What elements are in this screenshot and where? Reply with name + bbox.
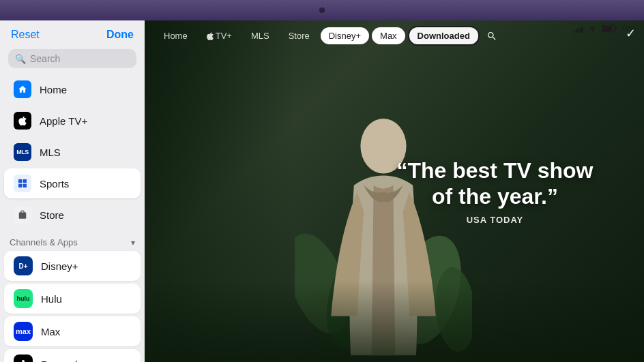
sidebar-nav: Home Apple TV+ MLS MLS Sports bbox=[0, 74, 145, 362]
wifi-icon bbox=[587, 25, 598, 33]
sports-icon bbox=[14, 175, 31, 192]
tab-store[interactable]: Store bbox=[280, 27, 318, 44]
appletv-icon bbox=[14, 112, 31, 130]
sidebar-item-peacock[interactable]: Peacock bbox=[4, 349, 141, 362]
sidebar-item-sports[interactable]: Sports bbox=[4, 168, 141, 198]
sidebar-item-appletv-label: Apple TV+ bbox=[40, 115, 87, 127]
search-icon: 🔍 bbox=[15, 54, 26, 64]
sidebar-item-store-label: Store bbox=[40, 209, 64, 221]
svg-rect-3 bbox=[23, 184, 27, 187]
peacock-logo bbox=[14, 355, 33, 362]
hero-text-container: “The best TV show of the year.” USA TODA… bbox=[385, 157, 604, 226]
hero-source: USA TODAY bbox=[385, 215, 604, 225]
sidebar-header: Reset Done bbox=[0, 20, 145, 46]
sidebar-item-disney-label: Disney+ bbox=[41, 260, 78, 272]
sidebar-item-appletv[interactable]: Apple TV+ bbox=[4, 106, 141, 136]
store-icon bbox=[14, 206, 31, 224]
sidebar-item-sports-label: Sports bbox=[40, 178, 69, 190]
svg-rect-12 bbox=[615, 27, 616, 30]
svg-rect-13 bbox=[602, 26, 612, 31]
sidebar-search[interactable]: 🔍 Search bbox=[8, 49, 136, 68]
checkmark-icon[interactable]: ✓ bbox=[626, 26, 636, 41]
done-button[interactable]: Done bbox=[106, 29, 134, 41]
svg-rect-1 bbox=[18, 184, 22, 187]
device-top-bar bbox=[0, 0, 644, 20]
sidebar-item-peacock-label: Peacock bbox=[41, 359, 80, 363]
channels-apps-chevron-icon: ▾ bbox=[131, 238, 135, 247]
app-container: Reset Done 🔍 Search Home Apple TV+ bbox=[0, 20, 644, 362]
svg-rect-2 bbox=[23, 179, 27, 183]
sidebar-item-home-label: Home bbox=[40, 84, 67, 95]
sidebar-item-hulu[interactable]: hulu Hulu bbox=[4, 284, 141, 314]
sidebar-item-home[interactable]: Home bbox=[4, 74, 141, 104]
sidebar-item-hulu-label: Hulu bbox=[41, 293, 62, 305]
home-icon bbox=[14, 80, 31, 98]
device-camera bbox=[319, 7, 325, 13]
signal-strength-icon bbox=[573, 25, 583, 33]
search-tab[interactable] bbox=[482, 27, 501, 46]
battery-icon bbox=[602, 25, 617, 33]
search-placeholder: Search bbox=[30, 53, 60, 64]
tab-downloaded[interactable]: Downloaded bbox=[408, 26, 480, 46]
max-logo: max bbox=[14, 322, 33, 341]
disney-logo: D+ bbox=[14, 256, 33, 275]
mls-icon: MLS bbox=[14, 143, 31, 161]
sidebar: Reset Done 🔍 Search Home Apple TV+ bbox=[0, 20, 145, 362]
svg-point-10 bbox=[592, 31, 594, 32]
three-dots-menu[interactable]: ••• bbox=[387, 23, 402, 35]
channels-apps-label: Channels & Apps bbox=[10, 237, 78, 247]
tab-mls[interactable]: MLS bbox=[243, 27, 278, 44]
tab-appletv[interactable]: TV+ bbox=[199, 27, 240, 44]
sidebar-item-mls-label: MLS bbox=[40, 147, 61, 158]
main-content: “The best TV show of the year.” USA TODA… bbox=[145, 20, 644, 362]
tab-disney-plus[interactable]: Disney+ bbox=[321, 27, 369, 44]
sidebar-item-max[interactable]: max Max bbox=[4, 316, 141, 346]
sidebar-item-disney[interactable]: D+ Disney+ bbox=[4, 251, 141, 281]
svg-rect-0 bbox=[18, 179, 22, 183]
veg-left bbox=[145, 20, 295, 362]
hero-background: “The best TV show of the year.” USA TODA… bbox=[145, 20, 644, 362]
reset-button[interactable]: Reset bbox=[11, 29, 40, 41]
tab-home[interactable]: Home bbox=[156, 27, 196, 44]
hulu-logo: hulu bbox=[14, 289, 33, 308]
sidebar-item-max-label: Max bbox=[41, 326, 60, 337]
hero-quote: “The best TV show of the year.” bbox=[385, 157, 604, 210]
channels-apps-section-header[interactable]: Channels & Apps ▾ bbox=[0, 230, 145, 250]
sidebar-item-mls[interactable]: MLS MLS bbox=[4, 137, 141, 167]
sidebar-item-store[interactable]: Store bbox=[4, 200, 141, 230]
